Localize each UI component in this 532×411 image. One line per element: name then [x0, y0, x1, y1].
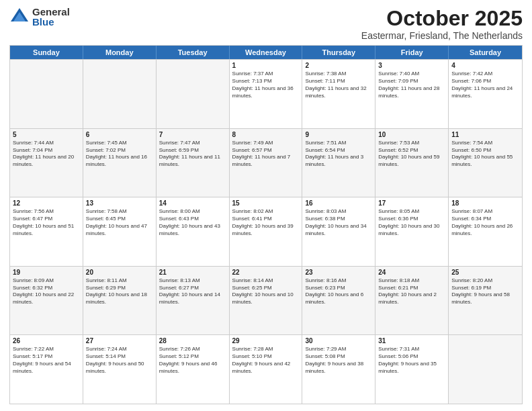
day-number: 15 [232, 199, 300, 207]
empty-cell [83, 60, 157, 128]
day-cell-19: 19Sunrise: 8:09 AM Sunset: 6:32 PM Dayli… [10, 267, 83, 335]
day-number: 21 [159, 269, 226, 276]
header: General Blue October 2025 Eastermar, Fri… [9, 7, 523, 41]
day-info: Sunrise: 8:07 AM Sunset: 6:34 PM Dayligh… [451, 208, 519, 237]
page: General Blue October 2025 Eastermar, Fri… [0, 0, 532, 411]
calendar-row-5: 26Sunrise: 7:22 AM Sunset: 5:17 PM Dayli… [10, 334, 522, 404]
title-block: October 2025 Eastermar, Friesland, The N… [361, 7, 523, 41]
day-cell-13: 13Sunrise: 7:58 AM Sunset: 6:45 PM Dayli… [83, 197, 157, 266]
day-header-friday: Friday [375, 46, 449, 59]
location: Eastermar, Friesland, The Netherlands [361, 30, 523, 41]
calendar-header: SundayMondayTuesdayWednesdayThursdayFrid… [10, 46, 522, 59]
day-cell-27: 27Sunrise: 7:24 AM Sunset: 5:14 PM Dayli… [83, 335, 157, 404]
day-number: 29 [232, 337, 300, 345]
day-number: 31 [378, 337, 445, 345]
day-info: Sunrise: 8:03 AM Sunset: 6:38 PM Dayligh… [305, 208, 372, 237]
day-header-sunday: Sunday [10, 46, 83, 59]
day-number: 1 [232, 62, 300, 69]
day-number: 22 [232, 269, 300, 276]
day-number: 10 [378, 131, 445, 138]
day-info: Sunrise: 8:05 AM Sunset: 6:36 PM Dayligh… [378, 208, 445, 237]
day-cell-2: 2Sunrise: 7:38 AM Sunset: 7:11 PM Daylig… [302, 60, 375, 128]
day-cell-18: 18Sunrise: 8:07 AM Sunset: 6:34 PM Dayli… [449, 197, 522, 266]
day-info: Sunrise: 7:51 AM Sunset: 6:54 PM Dayligh… [305, 140, 372, 169]
day-cell-29: 29Sunrise: 7:28 AM Sunset: 5:10 PM Dayli… [230, 335, 303, 404]
day-number: 20 [86, 269, 153, 276]
day-number: 4 [451, 62, 519, 69]
day-info: Sunrise: 7:54 AM Sunset: 6:50 PM Dayligh… [451, 140, 519, 169]
day-info: Sunrise: 7:37 AM Sunset: 7:13 PM Dayligh… [232, 71, 300, 99]
day-info: Sunrise: 8:13 AM Sunset: 6:27 PM Dayligh… [159, 277, 226, 306]
day-info: Sunrise: 7:44 AM Sunset: 7:04 PM Dayligh… [13, 140, 80, 169]
day-number: 13 [86, 199, 153, 207]
day-number: 19 [13, 269, 80, 276]
day-info: Sunrise: 8:20 AM Sunset: 6:19 PM Dayligh… [451, 277, 519, 306]
calendar-row-3: 12Sunrise: 7:56 AM Sunset: 6:47 PM Dayli… [10, 197, 522, 266]
day-info: Sunrise: 8:18 AM Sunset: 6:21 PM Dayligh… [378, 277, 445, 306]
month-title: October 2025 [361, 7, 523, 30]
day-number: 24 [378, 269, 445, 276]
day-number: 27 [86, 337, 153, 345]
day-cell-20: 20Sunrise: 8:11 AM Sunset: 6:29 PM Dayli… [83, 267, 157, 335]
day-number: 11 [451, 131, 519, 138]
day-number: 6 [86, 131, 153, 138]
day-header-wednesday: Wednesday [230, 46, 303, 59]
day-info: Sunrise: 7:38 AM Sunset: 7:11 PM Dayligh… [305, 71, 372, 99]
calendar: SundayMondayTuesdayWednesdayThursdayFrid… [9, 45, 523, 404]
day-cell-15: 15Sunrise: 8:02 AM Sunset: 6:41 PM Dayli… [230, 197, 303, 266]
day-info: Sunrise: 8:16 AM Sunset: 6:23 PM Dayligh… [305, 277, 372, 306]
day-number: 9 [305, 131, 372, 138]
day-cell-7: 7Sunrise: 7:47 AM Sunset: 6:59 PM Daylig… [157, 129, 230, 197]
day-info: Sunrise: 8:02 AM Sunset: 6:41 PM Dayligh… [232, 208, 300, 237]
day-cell-24: 24Sunrise: 8:18 AM Sunset: 6:21 PM Dayli… [375, 267, 449, 335]
day-info: Sunrise: 7:31 AM Sunset: 5:06 PM Dayligh… [378, 346, 445, 375]
day-info: Sunrise: 7:26 AM Sunset: 5:12 PM Dayligh… [159, 346, 226, 375]
day-info: Sunrise: 7:56 AM Sunset: 6:47 PM Dayligh… [13, 208, 80, 237]
logo: General Blue [9, 7, 70, 27]
calendar-row-2: 5Sunrise: 7:44 AM Sunset: 7:04 PM Daylig… [10, 128, 522, 197]
day-cell-25: 25Sunrise: 8:20 AM Sunset: 6:19 PM Dayli… [449, 267, 522, 335]
day-number: 14 [159, 199, 226, 207]
day-cell-9: 9Sunrise: 7:51 AM Sunset: 6:54 PM Daylig… [302, 129, 375, 197]
day-info: Sunrise: 7:28 AM Sunset: 5:10 PM Dayligh… [232, 346, 300, 375]
day-number: 5 [13, 131, 80, 138]
day-cell-16: 16Sunrise: 8:03 AM Sunset: 6:38 PM Dayli… [302, 197, 375, 266]
day-info: Sunrise: 7:42 AM Sunset: 7:06 PM Dayligh… [451, 71, 519, 99]
empty-cell [449, 335, 522, 404]
day-cell-10: 10Sunrise: 7:53 AM Sunset: 6:52 PM Dayli… [375, 129, 449, 197]
calendar-row-4: 19Sunrise: 8:09 AM Sunset: 6:32 PM Dayli… [10, 266, 522, 335]
day-number: 18 [451, 199, 519, 207]
day-cell-3: 3Sunrise: 7:40 AM Sunset: 7:09 PM Daylig… [375, 60, 449, 128]
logo-icon [9, 7, 30, 27]
day-cell-4: 4Sunrise: 7:42 AM Sunset: 7:06 PM Daylig… [449, 60, 522, 128]
day-number: 30 [305, 337, 372, 345]
day-header-thursday: Thursday [302, 46, 375, 59]
calendar-row-1: 1Sunrise: 7:37 AM Sunset: 7:13 PM Daylig… [10, 59, 522, 128]
day-info: Sunrise: 8:11 AM Sunset: 6:29 PM Dayligh… [86, 277, 153, 306]
day-cell-1: 1Sunrise: 7:37 AM Sunset: 7:13 PM Daylig… [230, 60, 303, 128]
day-info: Sunrise: 7:53 AM Sunset: 6:52 PM Dayligh… [378, 140, 445, 169]
day-number: 8 [232, 131, 300, 138]
day-number: 28 [159, 337, 226, 345]
day-cell-6: 6Sunrise: 7:45 AM Sunset: 7:02 PM Daylig… [83, 129, 157, 197]
day-header-saturday: Saturday [449, 46, 522, 59]
day-info: Sunrise: 7:47 AM Sunset: 6:59 PM Dayligh… [159, 140, 226, 169]
logo-blue: Blue [32, 17, 70, 27]
day-info: Sunrise: 8:00 AM Sunset: 6:43 PM Dayligh… [159, 208, 226, 237]
day-cell-12: 12Sunrise: 7:56 AM Sunset: 6:47 PM Dayli… [10, 197, 83, 266]
day-header-monday: Monday [83, 46, 157, 59]
day-cell-22: 22Sunrise: 8:14 AM Sunset: 6:25 PM Dayli… [230, 267, 303, 335]
day-cell-17: 17Sunrise: 8:05 AM Sunset: 6:36 PM Dayli… [375, 197, 449, 266]
day-number: 17 [378, 199, 445, 207]
empty-cell [10, 60, 83, 128]
calendar-body: 1Sunrise: 7:37 AM Sunset: 7:13 PM Daylig… [10, 59, 522, 404]
day-info: Sunrise: 7:58 AM Sunset: 6:45 PM Dayligh… [86, 208, 153, 237]
logo-text: General Blue [32, 7, 70, 27]
day-number: 16 [305, 199, 372, 207]
day-cell-8: 8Sunrise: 7:49 AM Sunset: 6:57 PM Daylig… [230, 129, 303, 197]
day-cell-14: 14Sunrise: 8:00 AM Sunset: 6:43 PM Dayli… [157, 197, 230, 266]
day-info: Sunrise: 7:29 AM Sunset: 5:08 PM Dayligh… [305, 346, 372, 375]
day-number: 2 [305, 62, 372, 69]
day-cell-26: 26Sunrise: 7:22 AM Sunset: 5:17 PM Dayli… [10, 335, 83, 404]
day-cell-5: 5Sunrise: 7:44 AM Sunset: 7:04 PM Daylig… [10, 129, 83, 197]
